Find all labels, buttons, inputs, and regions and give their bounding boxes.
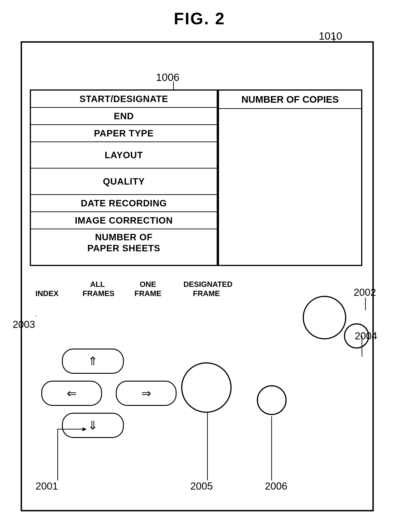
arrow-down-button[interactable]: ⇓ bbox=[62, 413, 124, 438]
connector-2005 bbox=[207, 413, 208, 480]
menu-item-quality[interactable]: QUALITY bbox=[31, 169, 217, 195]
menu-item-date-recording[interactable]: DATE RECORDING bbox=[31, 195, 217, 212]
label-2001: 2001 bbox=[36, 480, 58, 492]
menu-item-layout[interactable]: LAYOUT bbox=[31, 142, 217, 169]
connector-2003 bbox=[36, 316, 36, 316]
circle-2006[interactable] bbox=[257, 385, 287, 415]
arrow-lr-row: ⇐ ⇒ bbox=[34, 381, 184, 406]
label-2005: 2005 bbox=[190, 480, 213, 492]
selector-label-index: INDEX bbox=[32, 289, 62, 298]
selector-label-designated-frame: DESIGNATEDFRAME bbox=[184, 280, 229, 298]
label-1010: 1010 bbox=[319, 30, 342, 42]
connector-2002 bbox=[365, 298, 366, 310]
menu-item-start[interactable]: START/DESIGNATE bbox=[31, 91, 217, 108]
arrow-up-row: ⇑ bbox=[62, 348, 124, 374]
label-2002: 2002 bbox=[354, 287, 376, 298]
figure-title: FIG. 2 bbox=[0, 9, 399, 28]
label-2004: 2004 bbox=[355, 330, 377, 342]
selector-label-one-frame: ONEFRAME bbox=[133, 280, 163, 298]
label-2006: 2006 bbox=[265, 480, 287, 492]
menu-item-end[interactable]: END bbox=[31, 108, 217, 125]
menu-item-paper-sheets[interactable]: NUMBER OFPAPER SHEETS bbox=[31, 229, 217, 256]
arrow-up-button[interactable]: ⇑ bbox=[62, 348, 124, 374]
menu-item-image-correction[interactable]: IMAGE CORRECTION bbox=[31, 212, 217, 229]
arrow-right-button[interactable]: ⇒ bbox=[116, 381, 177, 406]
connector-2001-h bbox=[57, 429, 82, 430]
menu-item-paper-type[interactable]: PAPER TYPE bbox=[31, 125, 217, 142]
copies-header: NUMBER OF COPIES bbox=[219, 91, 361, 109]
label-1006: 1006 bbox=[156, 71, 179, 83]
circle-2002[interactable] bbox=[303, 296, 346, 339]
connector-2001-v bbox=[57, 429, 58, 480]
copies-panel: NUMBER OF COPIES bbox=[218, 89, 362, 266]
connector-2004 bbox=[362, 336, 362, 357]
selector-labels-row: INDEX ALLFRAMES ONEFRAME DESIGNATEDFRAME bbox=[32, 280, 229, 298]
selector-label-all-frames: ALLFRAMES bbox=[82, 280, 112, 298]
menu-panel: START/DESIGNATE END PAPER TYPE LAYOUT QU… bbox=[30, 89, 218, 266]
connector-2006 bbox=[271, 416, 272, 480]
arrow-down-row: ⇓ bbox=[62, 413, 124, 438]
arrow-left-button[interactable]: ⇐ bbox=[41, 381, 102, 406]
connector-2001-head: ▲ bbox=[81, 426, 89, 433]
label-2003: 2003 bbox=[13, 319, 35, 330]
circle-2005[interactable] bbox=[181, 362, 232, 413]
